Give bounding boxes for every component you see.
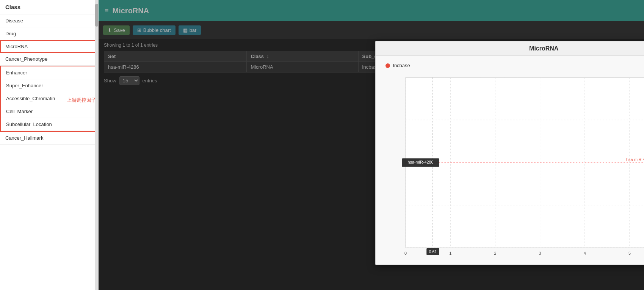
modal-overlay[interactable]: MicroRNA × lncbase 📄 ↻ ⬇ <box>99 0 644 290</box>
svg-text:0: 0 <box>404 251 407 255</box>
modal-body: lncbase 📄 ↻ ⬇ <box>376 56 644 263</box>
svg-text:1: 1 <box>449 251 451 255</box>
svg-text:4: 4 <box>584 251 586 255</box>
sidebar-item-subcellular-location[interactable]: Subcellular_Location <box>1 118 97 131</box>
sidebar-item-cell-marker[interactable]: Cell_Marker <box>1 105 97 118</box>
sidebar-item-microrna[interactable]: MicroRNA <box>0 40 98 53</box>
main-area: ≡ MicroRNA ⬇ Save ⊞ Bubble chart ▦ bar S… <box>99 0 644 290</box>
modal: MicroRNA × lncbase 📄 ↻ ⬇ <box>375 41 644 265</box>
legend-label: lncbase <box>393 63 410 68</box>
svg-text:2: 2 <box>494 251 496 255</box>
svg-text:hsa-miR-4286: hsa-miR-4286 <box>407 160 433 164</box>
svg-text:3: 3 <box>539 251 541 255</box>
svg-rect-0 <box>406 77 644 247</box>
svg-text:0.61: 0.61 <box>429 249 437 254</box>
sidebar: Class Disease Drug MicroRNA Cancer_Pheno… <box>0 0 99 290</box>
sidebar-item-drug[interactable]: Drug <box>0 27 98 40</box>
legend-area: lncbase <box>382 61 414 70</box>
svg-text:5: 5 <box>628 251 631 255</box>
sidebar-header: Class <box>0 0 98 14</box>
sidebar-item-enhancer[interactable]: Enhancer <box>1 66 97 79</box>
modal-title: MicroRNA <box>411 45 644 52</box>
sidebar-scrollbar[interactable] <box>95 0 98 290</box>
legend-dot <box>385 63 390 68</box>
bubble-chart: 0 1 2 3 4 5 6 P-value (-log10) 0.61 <box>383 74 644 255</box>
sidebar-item-super-enhancer[interactable]: Super_Enhancer <box>1 79 97 92</box>
modal-header: MicroRNA × <box>376 41 644 56</box>
svg-text:hsa-miR-4286: hsa-miR-4286 <box>626 157 644 162</box>
sidebar-item-disease[interactable]: Disease <box>0 14 98 27</box>
sidebar-annotation: 上游调控因子 <box>67 97 96 104</box>
sidebar-item-cancer-hallmark[interactable]: Cancer_Hallmark <box>0 132 98 145</box>
sidebar-item-cancer-phenotype[interactable]: Cancer_Phenotype <box>0 53 98 66</box>
chart-container: 0 1 2 3 4 5 6 P-value (-log10) 0.61 <box>383 74 644 255</box>
